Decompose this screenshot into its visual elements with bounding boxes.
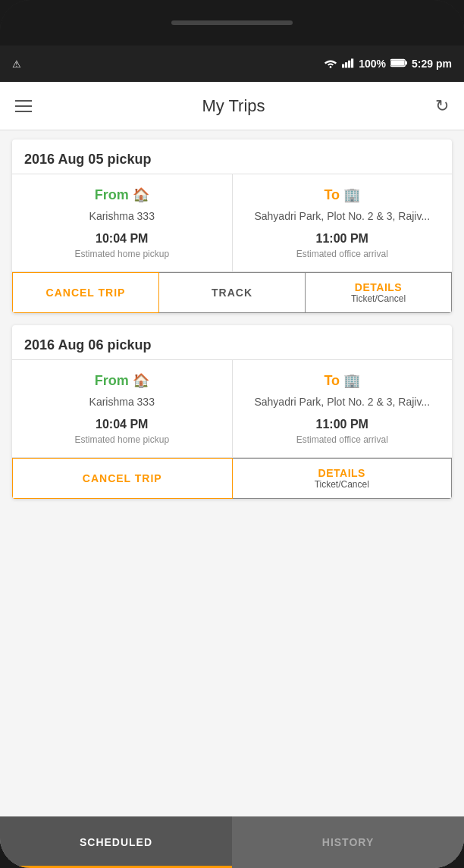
page-title: My Trips	[202, 96, 265, 116]
house-icon-2: 🏠	[133, 373, 149, 388]
time-display: 5:29 pm	[412, 58, 452, 70]
to-time-1: 11:00 PM	[242, 232, 444, 246]
from-label-2: From 🏠	[21, 372, 223, 389]
route-from-2: From 🏠 Karishma 333 10:04 PM Estimated h…	[12, 360, 233, 457]
hamburger-line	[15, 100, 32, 102]
tab-bar: SCHEDULED HISTORY	[0, 816, 464, 868]
to-time-label-2: Estimated office arrival	[242, 434, 444, 445]
details-button-2[interactable]: DETAILS Ticket/Cancel	[233, 458, 453, 499]
tab-scheduled[interactable]: SCHEDULED	[0, 816, 232, 868]
route-from-1: From 🏠 Karishma 333 10:04 PM Estimated h…	[12, 174, 233, 271]
signal-icon	[342, 58, 354, 71]
trip-actions-1: CANCEL TRIP TRACK DETAILS Ticket/Cancel	[12, 272, 452, 313]
trips-list: 2016 Aug 05 pickup From 🏠 Karishma 333 1…	[0, 130, 464, 816]
phone-notch	[0, 0, 464, 45]
hamburger-line	[15, 105, 32, 107]
from-time-2: 10:04 PM	[21, 418, 223, 431]
hamburger-menu-button[interactable]	[15, 100, 32, 112]
app-screen: My Trips ↻ 2016 Aug 05 pickup From 🏠 Kar…	[0, 82, 464, 868]
building-icon-2: 🏢	[343, 373, 360, 388]
trip-date-2: 2016 Aug 06 pickup	[12, 325, 452, 360]
details-label-2: DETAILS	[318, 467, 365, 479]
from-location-1: Karishma 333	[21, 209, 223, 223]
svg-rect-6	[391, 60, 404, 65]
details-button-1[interactable]: DETAILS Ticket/Cancel	[306, 272, 452, 313]
house-icon-1: 🏠	[133, 187, 149, 202]
tab-scheduled-label: SCHEDULED	[80, 836, 152, 848]
status-bar: ⚠ 100%	[0, 45, 464, 82]
trip-card-1: 2016 Aug 05 pickup From 🏠 Karishma 333 1…	[12, 139, 452, 313]
trip-date-1: 2016 Aug 05 pickup	[12, 139, 452, 174]
svg-rect-1	[342, 64, 344, 67]
alert-icon: ⚠	[12, 58, 21, 70]
trip-route-2: From 🏠 Karishma 333 10:04 PM Estimated h…	[12, 360, 452, 458]
to-label-1: To 🏢	[242, 186, 444, 203]
details-label-1: DETAILS	[355, 281, 402, 293]
hamburger-line	[15, 111, 32, 112]
from-time-1: 10:04 PM	[21, 232, 223, 246]
refresh-button[interactable]: ↻	[435, 96, 449, 116]
details-sub-label-2: Ticket/Cancel	[315, 479, 369, 490]
from-time-label-2: Estimated home pickup	[21, 434, 223, 445]
trip-actions-2: CANCEL TRIP DETAILS Ticket/Cancel	[12, 458, 452, 499]
building-icon-1: 🏢	[343, 187, 360, 202]
route-to-2: To 🏢 Sahyadri Park, Plot No. 2 & 3, Raji…	[233, 360, 453, 457]
trip-card-2: 2016 Aug 06 pickup From 🏠 Karishma 333 1…	[12, 325, 452, 499]
route-to-1: To 🏢 Sahyadri Park, Plot No. 2 & 3, Raji…	[233, 174, 453, 271]
cancel-trip-button-2[interactable]: CANCEL TRIP	[12, 458, 233, 499]
to-time-2: 11:00 PM	[242, 418, 444, 431]
svg-point-0	[330, 66, 332, 68]
battery-icon	[390, 58, 407, 70]
from-time-label-1: Estimated home pickup	[21, 249, 223, 259]
to-time-label-1: Estimated office arrival	[242, 249, 444, 259]
app-header: My Trips ↻	[0, 82, 464, 130]
track-button-1[interactable]: TRACK	[159, 272, 306, 313]
notch-bar	[171, 20, 293, 25]
status-right: 100% 5:29 pm	[324, 58, 452, 71]
svg-rect-3	[348, 60, 350, 67]
to-location-1: Sahyadri Park, Plot No. 2 & 3, Rajiv...	[242, 209, 444, 223]
status-left: ⚠	[12, 58, 21, 70]
battery-percent: 100%	[359, 58, 386, 70]
to-label-2: To 🏢	[242, 372, 444, 389]
from-label-1: From 🏠	[21, 186, 223, 203]
tab-history-label: HISTORY	[322, 836, 374, 848]
svg-rect-7	[405, 61, 407, 65]
wifi-icon	[324, 58, 337, 71]
svg-rect-2	[345, 62, 347, 67]
details-sub-label-1: Ticket/Cancel	[351, 293, 406, 304]
to-location-2: Sahyadri Park, Plot No. 2 & 3, Rajiv...	[242, 395, 444, 409]
phone-shell: ⚠ 100%	[0, 0, 464, 868]
from-location-2: Karishma 333	[21, 395, 223, 409]
trip-route-1: From 🏠 Karishma 333 10:04 PM Estimated h…	[12, 174, 452, 272]
tab-history[interactable]: HISTORY	[232, 816, 464, 868]
svg-rect-4	[351, 58, 353, 67]
cancel-trip-button-1[interactable]: CANCEL TRIP	[12, 272, 159, 313]
